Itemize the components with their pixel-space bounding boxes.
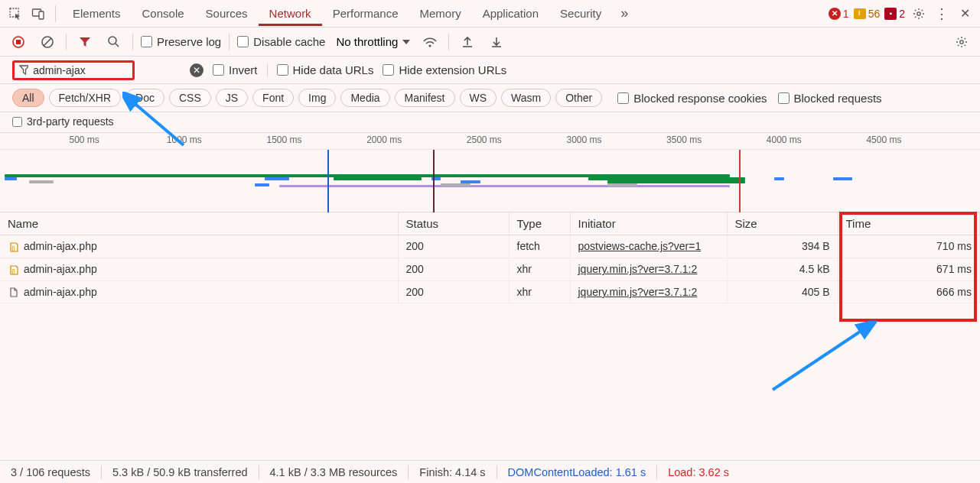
error-count: 1 bbox=[843, 8, 849, 20]
type-chip-media[interactable]: Media bbox=[340, 89, 389, 107]
col-time[interactable]: Time bbox=[838, 212, 980, 235]
blocked-requests-input[interactable] bbox=[778, 92, 790, 104]
svg-rect-5 bbox=[16, 40, 21, 44]
throttling-select-input[interactable]: No throttling bbox=[333, 34, 412, 50]
hide-data-input[interactable] bbox=[277, 64, 288, 76]
search-icon[interactable] bbox=[103, 31, 125, 53]
filter-bar: ✕ Invert Hide data URLs Hide extension U… bbox=[0, 57, 980, 84]
timeline-tick: 4000 ms bbox=[767, 135, 802, 145]
col-initiator[interactable]: Initiator bbox=[570, 212, 727, 235]
hide-ext-label: Hide extension URLs bbox=[399, 63, 506, 76]
table-row[interactable]: {}admin-ajax.php200fetchpostviews-cache.… bbox=[0, 235, 980, 258]
svg-point-13 bbox=[960, 40, 963, 43]
type-chip-doc[interactable]: Doc bbox=[125, 89, 164, 107]
third-party-checkbox[interactable]: 3rd-party requests bbox=[0, 112, 980, 133]
initiator-link[interactable]: jquery.min.js?ver=3.7.1:2 bbox=[578, 286, 698, 298]
issues-count: 2 bbox=[899, 8, 905, 20]
svg-text:{}: {} bbox=[11, 268, 15, 274]
initiator-link[interactable]: jquery.min.js?ver=3.7.1:2 bbox=[578, 263, 698, 275]
tab-console[interactable]: Console bbox=[132, 1, 195, 26]
close-devtools-icon[interactable]: ✕ bbox=[954, 3, 975, 24]
timeline-bars bbox=[0, 150, 980, 212]
timeline-tick: 1500 ms bbox=[266, 135, 301, 145]
warning-badge[interactable]: 56 bbox=[852, 8, 882, 20]
type-chip-all[interactable]: All bbox=[12, 89, 44, 107]
type-chip-css[interactable]: CSS bbox=[169, 89, 211, 107]
settings-icon[interactable] bbox=[908, 3, 930, 24]
warning-count: 56 bbox=[868, 8, 881, 20]
timeline-tick: 500 ms bbox=[69, 135, 99, 145]
type-chip-manifest[interactable]: Manifest bbox=[395, 89, 455, 107]
tab-performance[interactable]: Performance bbox=[322, 1, 409, 26]
timeline-overview[interactable]: 500 ms1000 ms1500 ms2000 ms2500 ms3000 m… bbox=[0, 133, 980, 212]
cell-name: admin-ajax.php bbox=[0, 280, 398, 303]
type-filter-row: AllFetch/XHRDocCSSJSFontImgMediaManifest… bbox=[0, 84, 980, 112]
cell-size: 4.5 kB bbox=[727, 258, 838, 280]
tab-sources[interactable]: Sources bbox=[195, 1, 259, 26]
table-row[interactable]: {}admin-ajax.php200xhrjquery.min.js?ver=… bbox=[0, 258, 980, 280]
tab-memory[interactable]: Memory bbox=[409, 1, 472, 26]
hide-ext-urls-checkbox[interactable]: Hide extension URLs bbox=[383, 63, 506, 76]
divider bbox=[132, 34, 133, 50]
initiator-link[interactable]: postviews-cache.js?ver=1 bbox=[578, 240, 702, 252]
disable-cache-checkbox[interactable]: Disable cache bbox=[237, 35, 325, 48]
type-chip-js[interactable]: JS bbox=[216, 89, 248, 107]
type-chip-font[interactable]: Font bbox=[252, 89, 294, 107]
type-chip-other[interactable]: Other bbox=[555, 89, 602, 107]
blocked-cookies-checkbox[interactable]: Blocked response cookies bbox=[617, 92, 767, 105]
export-har-icon[interactable] bbox=[486, 31, 507, 53]
funnel-icon bbox=[19, 65, 28, 76]
timeline-ruler: 500 ms1000 ms1500 ms2000 ms2500 ms3000 m… bbox=[0, 133, 980, 150]
script-icon: {} bbox=[8, 242, 19, 253]
third-party-input[interactable] bbox=[12, 117, 22, 127]
col-name[interactable]: Name bbox=[0, 212, 398, 235]
hide-data-urls-checkbox[interactable]: Hide data URLs bbox=[277, 63, 374, 76]
record-button[interactable] bbox=[8, 31, 29, 53]
blocked-requests-checkbox[interactable]: Blocked requests bbox=[778, 92, 882, 105]
filter-input[interactable] bbox=[33, 64, 128, 76]
tab-security[interactable]: Security bbox=[549, 1, 612, 26]
cell-status: 200 bbox=[398, 280, 509, 303]
filter-icon[interactable] bbox=[74, 31, 96, 53]
blocked-cookies-label: Blocked response cookies bbox=[633, 92, 767, 105]
devtools-tab-bar: ElementsConsoleSourcesNetworkPerformance… bbox=[0, 0, 980, 28]
hide-ext-input[interactable] bbox=[383, 64, 394, 76]
svg-point-3 bbox=[917, 11, 920, 15]
annotation-arrow-2 bbox=[757, 321, 880, 397]
throttling-select[interactable]: No throttling bbox=[333, 34, 412, 50]
tab-elements[interactable]: Elements bbox=[62, 1, 132, 26]
svg-text:{}: {} bbox=[11, 245, 15, 251]
table-row[interactable]: admin-ajax.php200xhrjquery.min.js?ver=3.… bbox=[0, 280, 980, 303]
type-chip-ws[interactable]: WS bbox=[460, 89, 497, 107]
issues-badge[interactable]: ▪2 bbox=[883, 8, 907, 20]
kebab-menu-icon[interactable]: ⋮ bbox=[931, 3, 952, 24]
type-chip-fetchxhr[interactable]: Fetch/XHR bbox=[49, 89, 121, 107]
preserve-log-checkbox[interactable]: Preserve log bbox=[141, 35, 221, 48]
timeline-tick: 1000 ms bbox=[167, 135, 202, 145]
tab-application[interactable]: Application bbox=[472, 1, 549, 26]
invert-input[interactable] bbox=[213, 64, 224, 76]
inspect-element-icon[interactable] bbox=[5, 3, 26, 24]
invert-checkbox[interactable]: Invert bbox=[213, 63, 258, 76]
cell-status: 200 bbox=[398, 258, 509, 280]
divider bbox=[448, 34, 449, 50]
cell-initiator: jquery.min.js?ver=3.7.1:2 bbox=[570, 258, 727, 280]
preserve-log-input[interactable] bbox=[141, 36, 152, 47]
type-chip-wasm[interactable]: Wasm bbox=[501, 89, 551, 107]
more-tabs-button[interactable]: » bbox=[614, 3, 635, 24]
error-badge[interactable]: ✕1 bbox=[827, 8, 851, 20]
device-toolbar-icon[interactable] bbox=[28, 3, 49, 24]
clear-button[interactable] bbox=[37, 31, 58, 53]
network-conditions-icon[interactable] bbox=[419, 31, 441, 53]
network-settings-icon[interactable] bbox=[951, 31, 972, 53]
cell-type: xhr bbox=[509, 280, 570, 303]
col-status[interactable]: Status bbox=[398, 212, 509, 235]
import-har-icon[interactable] bbox=[457, 31, 478, 53]
disable-cache-input[interactable] bbox=[237, 36, 249, 47]
col-type[interactable]: Type bbox=[509, 212, 570, 235]
tab-network[interactable]: Network bbox=[259, 1, 322, 26]
blocked-cookies-input[interactable] bbox=[617, 92, 629, 104]
type-chip-img[interactable]: Img bbox=[298, 89, 336, 107]
col-size[interactable]: Size bbox=[727, 212, 838, 235]
clear-filter-icon[interactable]: ✕ bbox=[190, 63, 203, 77]
